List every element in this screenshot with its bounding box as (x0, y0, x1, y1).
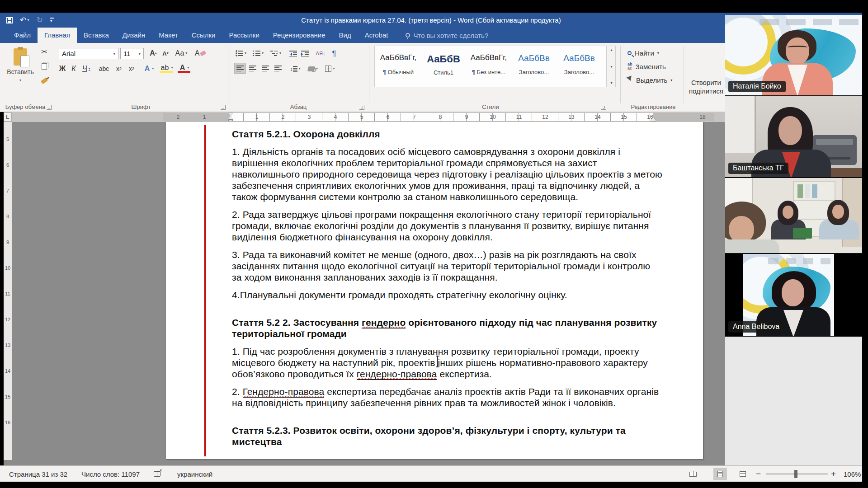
align-left-button[interactable] (234, 63, 246, 74)
read-mode-button[interactable] (686, 468, 700, 480)
bullet-list-button[interactable]: ▾ (234, 48, 248, 59)
right-indent-marker[interactable] (651, 114, 656, 121)
shrink-font-button[interactable]: А▾ (160, 48, 171, 59)
bold-button[interactable]: Ж (57, 63, 68, 74)
superscript-button[interactable]: х2 (126, 63, 137, 74)
ribbon-tab-acrobat[interactable]: Acrobat (358, 28, 395, 43)
document-text[interactable]: Стаття 5.2.1. Охорона довкілля1. Діяльні… (232, 128, 662, 454)
styles-scroll-down-icon[interactable]: ▾ (610, 65, 612, 69)
ruler-number: 6 (4, 162, 12, 168)
track-changes-bar (204, 125, 206, 456)
customize-qat-button[interactable]: ▾ (50, 18, 52, 23)
language-indicator[interactable]: украинский (177, 466, 212, 482)
highlight-color-bar (160, 71, 173, 73)
video-tile-4[interactable]: Anna Belibova (725, 254, 862, 337)
format-painter-button[interactable] (39, 75, 50, 86)
ribbon-tab-design[interactable]: Дизайн (116, 28, 152, 43)
highlight-button[interactable]: ab▾ (158, 62, 175, 73)
style-item-style1[interactable]: АаБбВ Стиль1 (422, 48, 465, 85)
underline-button[interactable]: Ч▾ (80, 63, 93, 74)
multilevel-list-button[interactable]: ▾ (269, 48, 283, 59)
font-color-button[interactable]: А▾ (176, 62, 192, 73)
paragraph-group-label: Абзац (231, 103, 366, 110)
clipboard-dialog-launcher[interactable] (47, 105, 52, 110)
ribbon-tab-insert[interactable]: Вставка (77, 28, 116, 43)
tell-me-box[interactable]: Что вы хотите сделать? (406, 28, 488, 43)
acrobat-create-share-button[interactable]: Створити поділитися (685, 78, 727, 95)
align-center-button[interactable] (247, 63, 259, 74)
replace-button[interactable]: abac Заменить (627, 61, 666, 72)
clear-formatting-button[interactable]: А (193, 48, 207, 59)
increase-indent-button[interactable] (299, 48, 310, 59)
word-count[interactable]: Число слов: 11097 (81, 466, 140, 482)
find-button[interactable]: Найти ▾ (627, 47, 659, 58)
increase-indent-icon (301, 51, 309, 56)
zoom-slider-handle[interactable] (794, 470, 797, 478)
status-bar: Страница 31 из 32 Число слов: 11097 укра… (0, 465, 862, 482)
italic-button[interactable]: К (69, 63, 79, 74)
undo-dropdown-icon[interactable]: ▾ (27, 18, 29, 22)
justify-button[interactable] (272, 63, 284, 74)
print-layout-button[interactable] (713, 468, 727, 480)
numbered-list-button[interactable]: ▾ (251, 48, 265, 59)
style-item-no-spacing[interactable]: АаБбВвГг, ¶ Без инте... (467, 48, 510, 85)
align-right-button[interactable] (259, 63, 271, 74)
sort-button[interactable]: АЯ↓ (314, 48, 327, 59)
read-mode-icon (689, 472, 697, 477)
copy-button[interactable] (39, 61, 50, 72)
paste-button[interactable]: Вставить ▾ (5, 47, 36, 100)
undo-button[interactable]: ↶▾ (20, 16, 29, 24)
select-button[interactable]: Выделить ▾ (627, 75, 672, 85)
zoom-out-button[interactable]: − (756, 466, 761, 482)
grow-font-button[interactable]: А▴ (147, 48, 159, 59)
ribbon-tab-mailings[interactable]: Рассылки (222, 28, 266, 43)
tab-selector[interactable]: L (4, 113, 12, 122)
subscript-button[interactable]: х2 (113, 63, 125, 74)
office-window (725, 96, 756, 153)
font-family-combo[interactable]: Arial▾ (59, 48, 118, 59)
ribbon-tab-review[interactable]: Рецензирование (266, 28, 332, 43)
web-layout-button[interactable] (736, 468, 750, 480)
styles-scroll-up-icon[interactable]: ▴ (610, 48, 612, 52)
ribbon-tab-layout[interactable]: Макет (152, 28, 184, 43)
hanging-indent-marker[interactable] (228, 119, 233, 121)
cut-button[interactable]: ✂ (39, 47, 50, 57)
page-count[interactable]: Страница 31 из 32 (9, 466, 67, 482)
proofing-status[interactable] (154, 466, 160, 482)
styles-more-button[interactable]: ▾ (610, 81, 612, 85)
video-tile-1[interactable]: Наталія Бойко (725, 15, 862, 96)
styles-dialog-launcher[interactable] (601, 105, 606, 110)
ribbon-tab-view[interactable]: Вид (332, 28, 358, 43)
customize-qat-icon: ▾ (50, 18, 52, 23)
save-button[interactable] (6, 17, 13, 23)
style-item-heading1[interactable]: АаБбВв Заголово... (512, 48, 556, 85)
redo-button[interactable]: ↻ (37, 16, 43, 24)
ruler-number: 1 (255, 114, 259, 120)
borders-button[interactable]: ▾ (323, 63, 337, 74)
font-size-combo[interactable]: 11▾ (120, 48, 144, 59)
zoom-level[interactable]: 106% (844, 466, 861, 482)
video-tile-3[interactable] (725, 178, 862, 254)
zoom-in-button[interactable]: + (831, 466, 836, 482)
decrease-indent-icon (289, 51, 297, 56)
document-page[interactable]: Стаття 5.2.1. Охорона довкілля1. Діяльні… (166, 122, 703, 459)
doc-heading: Стаття 5.2 2. Застосування гендерно оріє… (232, 317, 662, 339)
shading-button[interactable]: ▾ (306, 63, 320, 74)
ribbon-tab-references[interactable]: Ссылки (185, 28, 222, 43)
strikethrough-button[interactable]: abc (97, 63, 111, 74)
eraser-icon (200, 51, 206, 56)
ribbon-tab-file[interactable]: Файл (7, 28, 38, 43)
decrease-indent-button[interactable] (288, 48, 298, 59)
font-dialog-launcher[interactable] (221, 105, 226, 110)
ribbon-tab-home[interactable]: Главная (38, 28, 77, 43)
change-case-button[interactable]: Аа▾ (174, 48, 189, 59)
line-spacing-button[interactable]: ↕▾ (288, 63, 303, 74)
video-tile-2[interactable]: Баштанська ТГ (725, 96, 862, 178)
style-item-heading2[interactable]: АаБбВв Заголово... (557, 48, 601, 85)
style-item-normal[interactable]: АаБбВвГг, ¶ Обычный (377, 48, 420, 85)
text-effects-button[interactable]: А▾ (141, 63, 156, 74)
paragraph-dialog-launcher[interactable] (359, 105, 364, 110)
paste-dropdown-icon[interactable]: ▾ (19, 78, 21, 82)
pilcrow-button[interactable]: ¶ (329, 48, 339, 59)
doc-heading: Стаття 5.2.3. Розвиток освіти, охорони з… (232, 425, 662, 447)
